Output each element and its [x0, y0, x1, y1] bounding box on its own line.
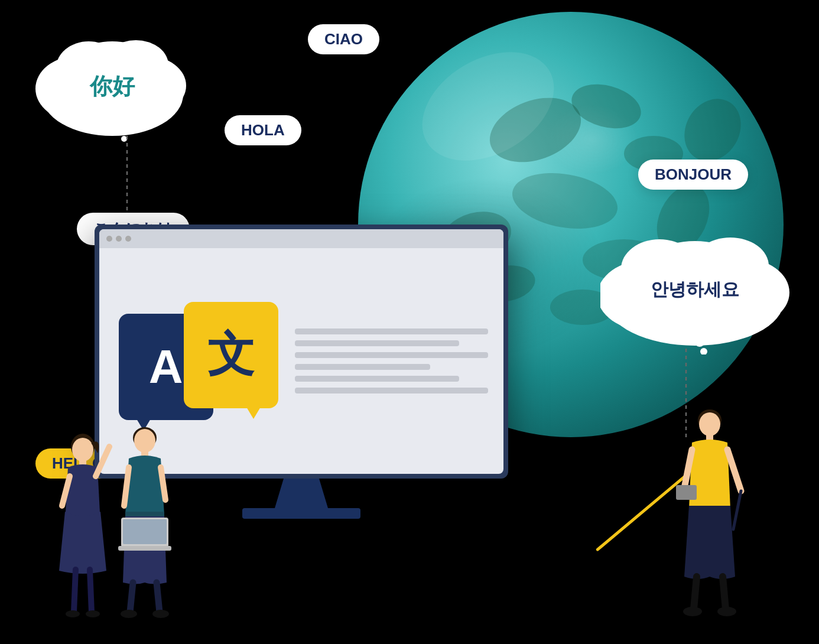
person-woman [53, 429, 112, 620]
doc-line-2 [295, 340, 459, 346]
letter-wen: 文 [207, 323, 255, 387]
svg-point-37 [86, 610, 100, 617]
person-man-laptop [112, 423, 177, 620]
scene: CIAO HOLA BONJOUR HELLO 你好 こんにちは [0, 0, 819, 644]
bonjour-text: BONJOUR [655, 165, 732, 183]
hola-label: HOLA [225, 115, 301, 145]
bubble-wen: 文 [184, 302, 278, 408]
screen-right-panel [289, 258, 494, 464]
svg-point-17 [116, 125, 126, 135]
titlebar-dot-3 [125, 236, 131, 242]
dotted-line-left [118, 136, 136, 215]
hola-text: HOLA [241, 121, 285, 139]
ciao-label: CIAO [308, 24, 379, 54]
svg-point-36 [66, 610, 80, 617]
svg-line-55 [733, 491, 741, 529]
annyeong-cloud: 안녕하세요 [600, 236, 789, 357]
doc-line-3 [295, 352, 488, 358]
titlebar-dot-2 [116, 236, 122, 242]
svg-line-48 [157, 583, 160, 612]
svg-point-30 [72, 438, 93, 461]
monitor-stand [272, 479, 331, 508]
letter-a: A [149, 340, 183, 394]
svg-point-49 [121, 610, 137, 618]
svg-line-47 [130, 583, 133, 612]
svg-rect-45 [123, 519, 167, 544]
bonjour-label: BONJOUR [638, 160, 748, 190]
annyeong-text: 안녕하세요 [651, 277, 739, 301]
svg-point-25 [694, 336, 705, 347]
svg-point-10 [403, 30, 573, 183]
svg-rect-46 [118, 546, 171, 551]
svg-line-54 [727, 450, 741, 491]
person-man-pointer [671, 405, 748, 620]
svg-line-59 [723, 577, 726, 609]
svg-point-39 [134, 429, 155, 453]
monitor-base [242, 508, 360, 519]
doc-line-1 [295, 328, 488, 334]
svg-point-26 [700, 348, 707, 354]
titlebar-dot-1 [106, 236, 112, 242]
svg-point-3 [508, 165, 622, 236]
svg-line-34 [74, 570, 76, 612]
svg-point-50 [152, 610, 169, 618]
doc-line-5 [295, 376, 459, 382]
doc-line-6 [295, 388, 488, 393]
monitor-titlebar [99, 229, 503, 248]
svg-point-52 [699, 412, 720, 436]
nihao-cloud: 你好 [35, 35, 189, 144]
svg-point-60 [683, 607, 702, 616]
nihao-text: 你好 [90, 71, 135, 102]
ciao-text: CIAO [324, 30, 363, 48]
svg-rect-57 [676, 485, 697, 500]
svg-line-58 [694, 577, 697, 609]
svg-line-35 [90, 570, 92, 612]
svg-point-61 [717, 607, 736, 616]
doc-line-4 [295, 364, 430, 370]
